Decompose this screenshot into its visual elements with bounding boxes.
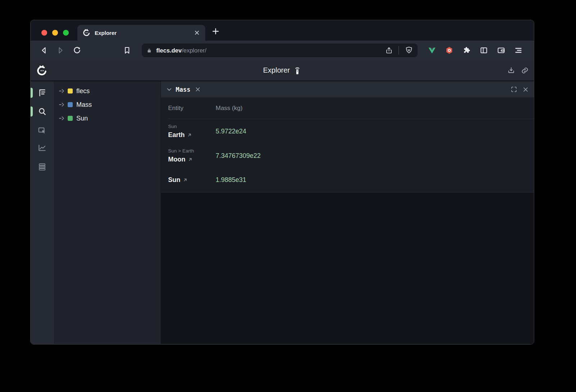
entity-parent-path: Sun > Earth [168, 147, 216, 155]
entity-link[interactable]: Earth [168, 131, 185, 139]
reload-button[interactable] [73, 46, 81, 55]
tree-item-label: Mass [76, 101, 92, 109]
query-panel-header: Mass [161, 81, 534, 97]
fullscreen-icon[interactable] [510, 86, 517, 93]
url-domain: flecs.dev [156, 47, 182, 54]
navigation-bar: flecs.dev/explorer/ [31, 41, 534, 60]
tab-close-icon[interactable] [194, 29, 200, 36]
address-bar[interactable]: flecs.dev/explorer/ [142, 44, 418, 57]
mass-value: 5.9722e24 [216, 128, 246, 135]
query-close-icon[interactable] [195, 86, 201, 92]
url-text: flecs.dev/explorer/ [156, 47, 385, 54]
header-actions [507, 67, 529, 74]
tree-view-icon[interactable] [37, 88, 47, 97]
open-entity-arrow-icon[interactable] [183, 178, 188, 182]
maximize-window-button[interactable] [63, 30, 69, 36]
column-header-mass: Mass (kg) [216, 105, 243, 112]
app-title-group: Explorer [31, 66, 534, 75]
extensions-row [428, 46, 523, 55]
link-icon[interactable] [521, 67, 529, 74]
search-icon[interactable] [37, 107, 47, 116]
entity-link[interactable]: Moon [168, 156, 185, 163]
tables-rows-icon[interactable] [37, 162, 47, 172]
table-row: Sun 1.9885e31 [168, 171, 534, 188]
tree-item-label: flecs [76, 87, 90, 95]
sidebar-toggle-icon[interactable] [480, 46, 488, 55]
tab-title: Explorer [95, 30, 194, 36]
open-entity-arrow-icon[interactable] [187, 133, 192, 137]
table-row: Sun > Earth Moon 7.34767309e22 [168, 143, 534, 168]
entity-link[interactable]: Sun [168, 176, 180, 184]
expand-arrow-icon[interactable] [58, 101, 66, 108]
menu-icon[interactable] [514, 46, 523, 55]
query-title: Mass [176, 86, 190, 93]
table-row: Sun Earth 5.9722e24 [168, 119, 534, 143]
query-active-indicator [30, 106, 33, 117]
tree-item-flecs[interactable]: flecs [54, 84, 161, 98]
panel-empty-area [161, 192, 534, 344]
content-area: flecs Mass Sun [31, 81, 534, 344]
entity-color-swatch [68, 102, 73, 107]
entity-color-swatch [68, 88, 73, 94]
download-icon[interactable] [507, 67, 515, 74]
table-header-row: Entity Mass (kg) [168, 97, 534, 119]
app-title: Explorer [263, 66, 290, 74]
tree-item-sun[interactable]: Sun [54, 111, 161, 125]
brave-shield-icon[interactable] [405, 46, 413, 55]
tab-strip: Explorer [31, 20, 534, 41]
flecs-favicon-icon [82, 29, 90, 37]
tree-item-label: Sun [76, 115, 88, 122]
mass-value: 7.34767309e22 [216, 152, 261, 160]
app-header: Explorer [31, 60, 534, 81]
panel-close-icon[interactable] [522, 86, 529, 93]
back-button[interactable] [40, 46, 48, 55]
bookmark-icon[interactable] [123, 46, 131, 55]
hexagon-extension-icon[interactable] [445, 46, 454, 55]
stats-chart-icon[interactable] [37, 143, 47, 152]
divider [399, 46, 399, 55]
browser-tab[interactable]: Explorer [77, 25, 205, 41]
column-header-entity: Entity [168, 105, 216, 112]
expand-arrow-icon[interactable] [58, 115, 66, 122]
vue-devtools-icon[interactable] [428, 46, 436, 55]
extensions-puzzle-icon[interactable] [462, 46, 471, 55]
minimize-window-button[interactable] [52, 30, 58, 36]
inspector-icon[interactable] [37, 126, 47, 135]
entity-color-swatch [68, 116, 73, 121]
close-window-button[interactable] [41, 30, 47, 36]
url-path: /explorer/ [182, 47, 207, 54]
results-table: Entity Mass (kg) Sun Earth [161, 97, 534, 192]
mass-value: 1.9885e31 [216, 176, 246, 184]
query-panel: Mass Entity [161, 81, 534, 344]
wallet-icon[interactable] [497, 46, 505, 55]
traffic-lights [41, 30, 69, 36]
remote-connection-icon[interactable] [293, 66, 301, 75]
new-tab-button[interactable] [212, 27, 220, 35]
expand-arrow-icon[interactable] [58, 87, 66, 95]
icon-sidebar [31, 81, 53, 344]
open-entity-arrow-icon[interactable] [188, 157, 193, 162]
forward-button[interactable] [56, 46, 65, 55]
lock-icon [146, 47, 152, 54]
browser-window: Explorer [30, 20, 534, 345]
desktop: Explorer [0, 0, 576, 392]
share-icon[interactable] [385, 47, 393, 54]
tree-active-indicator [30, 88, 33, 98]
entity-tree-panel: flecs Mass Sun [53, 81, 161, 344]
chevron-down-icon[interactable] [166, 86, 172, 93]
tree-item-mass[interactable]: Mass [54, 98, 161, 111]
entity-parent-path: Sun [168, 123, 216, 130]
